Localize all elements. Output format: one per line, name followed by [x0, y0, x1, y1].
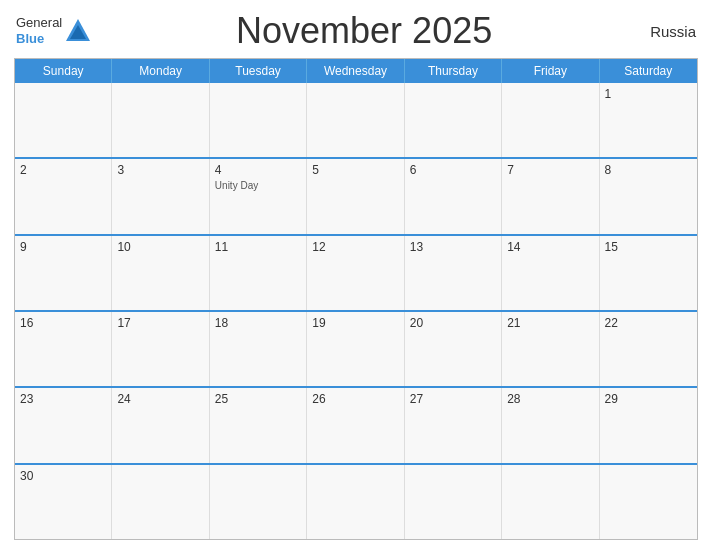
- day-number: 24: [117, 392, 203, 406]
- day-number: 6: [410, 163, 496, 177]
- day-cell: 20: [405, 312, 502, 386]
- day-header-friday: Friday: [502, 59, 599, 83]
- day-cell: 17: [112, 312, 209, 386]
- day-cell: 9: [15, 236, 112, 310]
- day-number: 13: [410, 240, 496, 254]
- day-cell: 14: [502, 236, 599, 310]
- day-cell: [405, 465, 502, 539]
- weeks-container: 1234Unity Day567891011121314151617181920…: [15, 83, 697, 539]
- day-cell: 1: [600, 83, 697, 157]
- day-cell: 6: [405, 159, 502, 233]
- day-header-monday: Monday: [112, 59, 209, 83]
- day-header-wednesday: Wednesday: [307, 59, 404, 83]
- day-cell: 8: [600, 159, 697, 233]
- day-number: 17: [117, 316, 203, 330]
- day-number: 26: [312, 392, 398, 406]
- day-cell: 13: [405, 236, 502, 310]
- calendar-grid: SundayMondayTuesdayWednesdayThursdayFrid…: [14, 58, 698, 540]
- day-number: 25: [215, 392, 301, 406]
- day-cell: [307, 465, 404, 539]
- day-cell: [405, 83, 502, 157]
- day-number: 30: [20, 469, 106, 483]
- day-header-tuesday: Tuesday: [210, 59, 307, 83]
- day-cell: 12: [307, 236, 404, 310]
- day-cell: 22: [600, 312, 697, 386]
- calendar-title: November 2025: [92, 10, 636, 52]
- day-number: 16: [20, 316, 106, 330]
- day-cell: 11: [210, 236, 307, 310]
- day-cell: 25: [210, 388, 307, 462]
- day-cell: [112, 465, 209, 539]
- day-cell: [112, 83, 209, 157]
- day-cell: 27: [405, 388, 502, 462]
- day-cell: 5: [307, 159, 404, 233]
- day-number: 29: [605, 392, 692, 406]
- day-number: 4: [215, 163, 301, 177]
- day-number: 23: [20, 392, 106, 406]
- day-number: 2: [20, 163, 106, 177]
- country-label: Russia: [636, 23, 696, 40]
- week-row-2: 234Unity Day5678: [15, 157, 697, 233]
- day-number: 22: [605, 316, 692, 330]
- day-cell: [307, 83, 404, 157]
- day-cell: [502, 83, 599, 157]
- day-cell: 26: [307, 388, 404, 462]
- day-number: 8: [605, 163, 692, 177]
- day-number: 10: [117, 240, 203, 254]
- day-cell: 29: [600, 388, 697, 462]
- day-cell: 10: [112, 236, 209, 310]
- week-row-6: 30: [15, 463, 697, 539]
- logo-general-text: General: [16, 16, 62, 30]
- week-row-1: 1: [15, 83, 697, 157]
- logo-icon: [64, 17, 92, 45]
- day-number: 1: [605, 87, 692, 101]
- day-cell: 4Unity Day: [210, 159, 307, 233]
- logo-blue-text: Blue: [16, 31, 62, 46]
- day-number: 14: [507, 240, 593, 254]
- day-cell: 15: [600, 236, 697, 310]
- day-number: 18: [215, 316, 301, 330]
- day-number: 3: [117, 163, 203, 177]
- day-cell: 19: [307, 312, 404, 386]
- day-cell: 21: [502, 312, 599, 386]
- day-header-saturday: Saturday: [600, 59, 697, 83]
- day-cell: [210, 83, 307, 157]
- day-number: 28: [507, 392, 593, 406]
- logo: General Blue: [16, 16, 92, 45]
- day-cell: 2: [15, 159, 112, 233]
- day-number: 11: [215, 240, 301, 254]
- calendar-page: General Blue November 2025 Russia Sunday…: [0, 0, 712, 550]
- day-cell: 24: [112, 388, 209, 462]
- day-header-sunday: Sunday: [15, 59, 112, 83]
- day-cell: [502, 465, 599, 539]
- week-row-5: 23242526272829: [15, 386, 697, 462]
- day-event: Unity Day: [215, 180, 301, 191]
- day-cell: 16: [15, 312, 112, 386]
- day-number: 9: [20, 240, 106, 254]
- header: General Blue November 2025 Russia: [14, 10, 698, 52]
- day-header-thursday: Thursday: [405, 59, 502, 83]
- day-number: 7: [507, 163, 593, 177]
- day-cell: [15, 83, 112, 157]
- day-cell: [210, 465, 307, 539]
- week-row-3: 9101112131415: [15, 234, 697, 310]
- day-cell: [600, 465, 697, 539]
- day-cell: 3: [112, 159, 209, 233]
- days-header: SundayMondayTuesdayWednesdayThursdayFrid…: [15, 59, 697, 83]
- day-number: 20: [410, 316, 496, 330]
- day-cell: 30: [15, 465, 112, 539]
- day-number: 12: [312, 240, 398, 254]
- day-cell: 7: [502, 159, 599, 233]
- day-cell: 28: [502, 388, 599, 462]
- day-number: 27: [410, 392, 496, 406]
- week-row-4: 16171819202122: [15, 310, 697, 386]
- day-cell: 18: [210, 312, 307, 386]
- day-number: 15: [605, 240, 692, 254]
- day-cell: 23: [15, 388, 112, 462]
- day-number: 5: [312, 163, 398, 177]
- day-number: 21: [507, 316, 593, 330]
- day-number: 19: [312, 316, 398, 330]
